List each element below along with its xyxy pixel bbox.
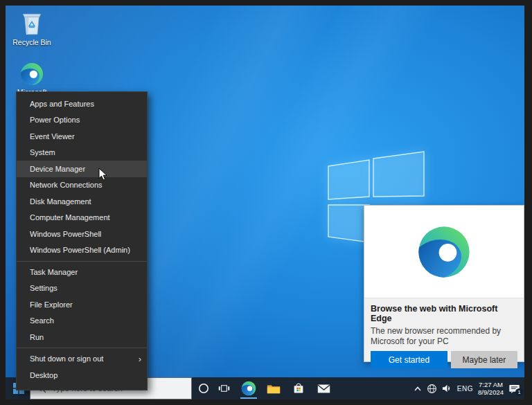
task-view-icon bbox=[218, 383, 230, 394]
menu-item-run[interactable]: Run bbox=[17, 329, 147, 345]
store-button[interactable] bbox=[289, 379, 308, 398]
edge-logo-icon bbox=[20, 62, 44, 86]
menu-item-network-connections[interactable]: Network Connections bbox=[17, 177, 147, 194]
menu-item-power-options[interactable]: Power Options bbox=[17, 112, 147, 129]
menu-item-settings[interactable]: Settings bbox=[17, 280, 147, 297]
menu-item-disk-management[interactable]: Disk Management bbox=[17, 193, 147, 210]
show-hidden-icons-button[interactable] bbox=[414, 386, 422, 392]
winx-menu: Apps and Features Power Options Event Vi… bbox=[16, 91, 148, 390]
store-icon bbox=[292, 382, 305, 395]
mail-button[interactable] bbox=[314, 379, 333, 398]
chevron-up-icon bbox=[414, 386, 422, 392]
edge-popup-hero bbox=[364, 206, 524, 298]
speaker-icon bbox=[442, 384, 452, 393]
screen-frame: Recycle Bin Microsoft Edge Browse the we… bbox=[0, 0, 532, 405]
menu-item-shutdown[interactable]: Shut down or sign out › bbox=[17, 351, 147, 368]
maybe-later-button[interactable]: Maybe later bbox=[451, 351, 517, 368]
edge-popup-panel: Browse the web with Microsoft Edge The n… bbox=[364, 298, 524, 361]
tray-time: 7:27 AM bbox=[478, 381, 504, 388]
recycle-bin-icon bbox=[20, 10, 44, 36]
edge-popup-title: Browse the web with Microsoft Edge bbox=[371, 304, 517, 323]
menu-item-desktop[interactable]: Desktop bbox=[17, 367, 147, 384]
edge-popup-body: The new browser recommended by Microsoft… bbox=[371, 326, 516, 346]
mouse-cursor bbox=[98, 168, 108, 181]
menu-item-system[interactable]: System bbox=[17, 145, 147, 161]
menu-item-search[interactable]: Search bbox=[17, 313, 147, 330]
get-started-button[interactable]: Get started bbox=[371, 351, 447, 368]
system-tray: ENG 7:27 AM 8/9/2024 1 bbox=[414, 377, 520, 399]
edge-promo-popup: Browse the web with Microsoft Edge The n… bbox=[364, 205, 524, 362]
task-view-button[interactable] bbox=[214, 379, 233, 398]
edge-taskbar-button[interactable] bbox=[239, 379, 258, 398]
globe-icon bbox=[427, 384, 437, 394]
menu-item-device-manager[interactable]: Device Manager bbox=[17, 161, 147, 177]
edge-icon bbox=[241, 381, 256, 396]
volume-button[interactable] bbox=[442, 384, 452, 393]
menu-separator bbox=[17, 348, 147, 348]
cortana-button[interactable] bbox=[194, 379, 213, 398]
network-button[interactable] bbox=[427, 384, 437, 394]
menu-item-windows-powershell-admin[interactable]: Windows PowerShell (Admin) bbox=[17, 242, 147, 259]
menu-item-event-viewer[interactable]: Event Viewer bbox=[17, 128, 147, 145]
tray-date: 8/9/2024 bbox=[478, 388, 504, 396]
file-explorer-button[interactable] bbox=[264, 379, 283, 398]
menu-item-computer-management[interactable]: Computer Management bbox=[17, 210, 147, 226]
desktop-icon-label: Recycle Bin bbox=[8, 38, 55, 46]
menu-item-file-explorer[interactable]: File Explorer bbox=[17, 296, 147, 313]
edge-active-indicator bbox=[240, 397, 257, 399]
notification-badge: 1 bbox=[515, 388, 523, 396]
language-indicator[interactable]: ENG bbox=[457, 385, 473, 393]
file-explorer-icon bbox=[267, 383, 281, 395]
menu-item-task-manager[interactable]: Task Manager bbox=[17, 264, 147, 280]
cortana-icon bbox=[198, 383, 209, 394]
edge-logo-icon bbox=[417, 225, 471, 279]
recycle-bin-desktop-icon[interactable]: Recycle Bin bbox=[8, 10, 55, 46]
action-center-button[interactable]: 1 bbox=[508, 384, 520, 394]
taskbar-clock[interactable]: 7:27 AM 8/9/2024 bbox=[478, 381, 504, 396]
mail-icon bbox=[317, 384, 330, 394]
menu-separator bbox=[17, 261, 147, 262]
chevron-right-icon: › bbox=[139, 354, 141, 363]
menu-item-windows-powershell[interactable]: Windows PowerShell bbox=[17, 226, 147, 242]
menu-item-apps-and-features[interactable]: Apps and Features bbox=[17, 96, 147, 112]
desktop[interactable]: Recycle Bin Microsoft Edge Browse the we… bbox=[6, 6, 524, 399]
